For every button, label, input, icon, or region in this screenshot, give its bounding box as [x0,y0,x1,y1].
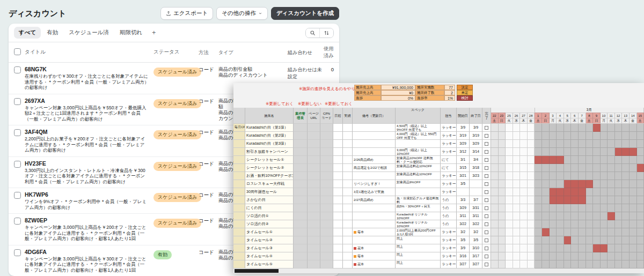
gantt-cell[interactable] [637,244,644,252]
kanri-cell[interactable] [294,140,308,148]
gantt-cell[interactable] [586,228,594,236]
gantt-cell[interactable] [535,260,542,268]
gantt-bar-cell[interactable] [637,164,644,172]
kanri-cell[interactable] [294,260,308,268]
gantt-cell[interactable] [630,172,637,180]
gantt-cell[interactable] [630,228,637,236]
cpn-code-cell[interactable] [320,228,333,236]
gantt-bar-cell[interactable] [571,196,579,204]
note-cell[interactable] [353,148,396,156]
gantt-cell[interactable] [593,236,601,244]
gantt-cell[interactable] [615,180,623,188]
gantt-cell[interactable] [630,164,637,172]
gantt-cell[interactable] [528,180,535,188]
gantt-cell[interactable] [615,156,623,164]
page-url-cell[interactable] [308,196,320,204]
gantt-cell[interactable] [506,132,513,140]
gantt-cell[interactable] [506,188,513,196]
gantt-cell[interactable] [564,244,572,252]
gantt-cell[interactable] [630,196,637,204]
col-header-type[interactable]: タイプ [218,49,288,56]
end-date-cell[interactable]: 3/14 [470,148,482,156]
gantt-cell[interactable] [586,204,594,212]
gantt-cell[interactable] [608,204,615,212]
done-checkbox[interactable] [485,214,488,218]
owner-cell[interactable]: ラッキー [441,236,457,244]
campaign-name-cell[interactable]: ソロ活の日② [245,220,294,228]
result-cell[interactable] [343,156,353,164]
gantt-cell[interactable] [520,132,528,140]
gantt-cell[interactable] [593,196,601,204]
gantt-cell[interactable] [615,212,623,220]
owner-cell[interactable]: ラッキー [441,260,457,268]
gantt-cell[interactable] [520,204,528,212]
page-url-cell[interactable] [308,236,320,244]
gantt-cell[interactable] [520,244,528,252]
kanri-cell[interactable] [294,252,308,260]
campaign-name-cell[interactable]: さかなの日 [245,196,294,204]
gantt-cell[interactable] [535,188,542,196]
cpn-code-cell[interactable] [320,204,333,212]
gantt-cell[interactable] [608,196,615,204]
gantt-cell[interactable] [557,164,564,172]
start-date-cell[interactable]: 3/1 [457,156,470,164]
gantt-cell[interactable] [615,260,623,268]
gantt-cell[interactable] [593,212,601,220]
gantt-cell[interactable] [571,228,579,236]
gantt-cell[interactable] [608,124,615,132]
done-cell[interactable] [482,132,491,140]
end-date-cell[interactable] [470,180,482,188]
gantt-cell[interactable] [491,124,499,132]
gantt-cell[interactable] [564,204,572,212]
done-cell[interactable] [482,252,491,260]
campaign-name-cell[interactable]: タイムセール① [245,228,294,236]
gantt-cell[interactable] [542,204,550,212]
gantt-cell[interactable] [608,180,615,188]
end-date-cell[interactable]: 3/17 [470,252,482,260]
gantt-cell[interactable] [520,164,528,172]
gantt-cell[interactable] [542,148,550,156]
campaign-name-cell[interactable]: 割引き放題キャンペーン [245,148,294,156]
done-cell[interactable] [482,124,491,132]
gantt-cell[interactable] [499,236,506,244]
spec-cell[interactable]: 魚・冷凍対応グルメ便送料無料 [396,196,441,204]
col-header-method[interactable]: 方法 [199,49,218,56]
start-date-cell[interactable]: 3/12 [457,148,470,156]
done-checkbox[interactable] [485,238,488,242]
gantt-cell[interactable] [499,132,506,140]
gantt-cell[interactable] [535,220,542,228]
gantt-cell[interactable] [528,244,535,252]
kanri-cell[interactable] [294,164,308,172]
note-cell[interactable]: 毎市 [353,228,396,236]
gantt-cell[interactable] [579,132,586,140]
gantt-cell[interactable] [520,220,528,228]
gantt-cell[interactable] [586,244,594,252]
gantt-cell[interactable] [586,132,594,140]
start-date-cell[interactable]: 3/2 [457,228,470,236]
gantt-cell[interactable] [593,164,601,172]
gantt-cell[interactable] [586,164,594,172]
gantt-cell[interactable] [564,212,572,220]
gantt-cell[interactable] [513,220,521,228]
gantt-bar-cell[interactable] [550,156,557,164]
gantt-cell[interactable] [528,124,535,132]
gantt-cell[interactable] [630,124,637,132]
page-url-cell[interactable] [308,204,320,212]
page-url-cell[interactable] [308,164,320,172]
gantt-cell[interactable] [593,180,601,188]
gantt-cell[interactable] [550,204,557,212]
kanri-cell[interactable] [294,180,308,188]
note-cell[interactable] [353,140,396,148]
gantt-cell[interactable] [579,220,586,228]
gantt-cell[interactable] [564,260,572,268]
gantt-cell[interactable] [615,188,623,196]
gantt-bar-cell[interactable] [564,236,572,244]
result-cell[interactable] [343,196,353,204]
gantt-cell[interactable] [506,212,513,220]
gantt-cell[interactable] [542,132,550,140]
note-cell[interactable] [353,220,396,228]
gantt-cell[interactable] [630,220,637,228]
gantt-cell[interactable] [557,172,564,180]
gantt-cell[interactable] [622,124,630,132]
result-cell[interactable] [343,148,353,156]
